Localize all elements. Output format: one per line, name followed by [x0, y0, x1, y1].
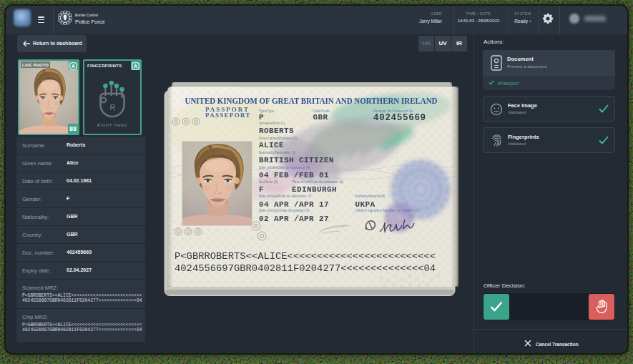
svg-text:Surname/Nom (1): Surname/Nom (1) — [259, 122, 285, 125]
svg-text:02 APR /APR 27: 02 APR /APR 27 — [259, 215, 329, 223]
svg-text:UNITED KINGDOM OF GREAT BRITAI: UNITED KINGDOM OF GREAT BRITAIN AND NORT… — [185, 95, 438, 106]
svg-text:Authority/Autorité (8): Authority/Autorité (8) — [355, 195, 386, 198]
svg-text:BRITISH CITIZEN: BRITISH CITIZEN — [259, 156, 334, 164]
svg-text:Holder's signature/Signature d: Holder's signature/Signature du titulair… — [355, 209, 420, 212]
svg-text:Place of birth/Lieu de naissan: Place of birth/Lieu de naissance (6) — [292, 180, 343, 184]
svg-text:UKPA: UKPA — [355, 200, 376, 209]
svg-text:P: P — [259, 113, 264, 122]
svg-text:PASSEPORT: PASSEPORT — [205, 112, 251, 119]
svg-text:4024556697GBR0402811F0204277<<: 4024556697GBR0402811F0204277<<<<<<<<<<<<… — [175, 263, 436, 274]
svg-text:A: A — [72, 63, 76, 69]
svg-text:Date of birth/Date de naissanc: Date of birth/Date de naissance (4) — [259, 166, 310, 169]
svg-text:P<GBRROBERTS<<ALICE<<<<<<<<<<<: P<GBRROBERTS<<ALICE<<<<<<<<<<<<<<<<<<<<<… — [175, 251, 436, 262]
svg-text:ROBERTS: ROBERTS — [259, 127, 294, 135]
svg-text:04 APR /APR 17: 04 APR /APR 17 — [259, 200, 329, 209]
svg-text:GBR: GBR — [313, 113, 328, 122]
svg-text:A: A — [134, 63, 138, 69]
svg-text:Sex/Sexe (5): Sex/Sexe (5) — [259, 180, 278, 184]
svg-text:R: R — [110, 103, 116, 112]
svg-text:04 FEB /FEB 81: 04 FEB /FEB 81 — [259, 171, 329, 179]
svg-text:F: F — [259, 185, 264, 194]
svg-text:EDINBURGH: EDINBURGH — [292, 185, 337, 194]
svg-text:Nationality/Nationalité (3): Nationality/Nationalité (3) — [259, 151, 296, 154]
svg-text:Given names/Prénoms (2): Given names/Prénoms (2) — [259, 137, 298, 140]
svg-text:Date of expiry/Date d'expirati: Date of expiry/Date d'expiration (9) — [259, 209, 310, 212]
svg-text:Date of issue/Date de délivran: Date of issue/Date de délivrance (7) — [259, 195, 312, 198]
svg-text:402455669: 402455669 — [373, 113, 426, 123]
svg-text:ALICE: ALICE — [259, 141, 284, 149]
